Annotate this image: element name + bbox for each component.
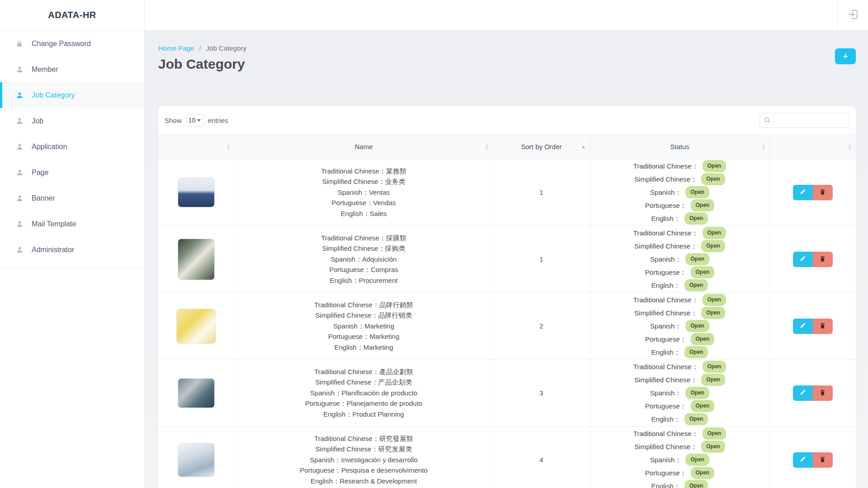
sidebar-item-page[interactable]: Page <box>0 160 144 185</box>
sort-order-value: 1 <box>539 255 543 263</box>
name-line: English：Product Planning <box>235 409 493 420</box>
sidebar-item-banner[interactable]: Banner <box>0 185 144 211</box>
actions-cell <box>769 159 856 226</box>
delete-button[interactable] <box>813 319 833 334</box>
edit-button[interactable] <box>793 385 813 401</box>
status-language-label: English： <box>651 281 680 290</box>
sidebar-item-change-password[interactable]: Change Password <box>0 31 144 56</box>
column-header-status[interactable]: Status ▲▼ <box>590 135 769 159</box>
delete-button[interactable] <box>813 185 833 200</box>
row-thumbnail-photo <box>178 443 215 477</box>
search-input[interactable] <box>759 113 849 128</box>
column-header-blank[interactable]: ▲▼ <box>158 135 235 159</box>
status-badge-open: Open <box>685 253 709 265</box>
edit-button[interactable] <box>793 452 813 468</box>
status-line: English：Open <box>590 346 769 358</box>
search-icon <box>764 117 771 126</box>
status-badge-open: Open <box>703 361 726 373</box>
status-line: Spanish：Open <box>590 186 769 198</box>
status-badge-open: Open <box>701 441 725 453</box>
edit-button[interactable] <box>793 185 813 200</box>
name-cell: Traditional Chinese：產品企劃類Simplified Chin… <box>235 360 493 427</box>
pencil-icon <box>800 255 806 263</box>
pencil-icon <box>800 322 806 330</box>
status-language-label: Traditional Chinese： <box>633 362 698 371</box>
breadcrumb-home-link[interactable]: Home Page <box>158 44 194 52</box>
sort-icons: ▲▼ <box>762 144 765 150</box>
status-language-label: Spanish： <box>650 254 681 264</box>
status-badge-open: Open <box>701 307 725 319</box>
status-badge-open: Open <box>685 387 709 399</box>
thumbnail-cell <box>158 226 235 293</box>
sidebar-item-application[interactable]: Application <box>0 134 144 160</box>
status-line: Spanish：Open <box>590 320 769 332</box>
sidebar-item-member[interactable]: Member <box>0 56 144 82</box>
name-line: Simplified Chinese：产品企划类 <box>235 377 493 388</box>
status-badge-open: Open <box>703 160 726 172</box>
user-icon <box>15 91 24 99</box>
entries-label: entries <box>208 117 228 124</box>
name-line: English：Research & Development <box>235 476 493 487</box>
status-line: Traditional Chinese：Open <box>590 361 769 373</box>
status-cell: Traditional Chinese：OpenSimplified Chine… <box>590 226 769 293</box>
status-badge-open: Open <box>685 186 709 198</box>
name-line: Spanish：Ventas <box>235 187 493 198</box>
logout-icon <box>847 9 859 22</box>
status-badge-open: Open <box>685 454 709 466</box>
user-icon <box>15 117 24 125</box>
action-button-group <box>793 452 833 468</box>
action-button-group <box>793 185 833 200</box>
status-language-label: English： <box>651 414 680 424</box>
lock-icon <box>15 40 24 47</box>
sort-order-cell: 2 <box>493 293 590 360</box>
name-line: Spanish：Planificación de producto <box>235 388 493 399</box>
name-cell: Traditional Chinese：採購類Simplified Chines… <box>235 226 493 293</box>
delete-button[interactable] <box>813 252 833 267</box>
page-size-select[interactable]: 10 <box>186 114 204 127</box>
name-line: Portuguese：Pesquisa e desenvolvimento <box>235 465 493 476</box>
edit-button[interactable] <box>793 319 813 334</box>
table-row: Traditional Chinese：研究發展類Simplified Chin… <box>158 427 856 488</box>
delete-button[interactable] <box>813 452 833 468</box>
sidebar-item-job[interactable]: Job <box>0 108 144 134</box>
sort-order-cell: 3 <box>493 360 590 427</box>
table-row: Traditional Chinese：產品企劃類Simplified Chin… <box>158 360 856 427</box>
edit-button[interactable] <box>793 252 813 267</box>
actions-cell <box>769 427 856 488</box>
status-language-label: English： <box>651 481 680 488</box>
status-language-label: English： <box>651 347 680 357</box>
trash-icon <box>819 389 826 397</box>
status-badge-open: Open <box>703 427 726 440</box>
sidebar-item-job-category[interactable]: Job Category <box>0 82 144 108</box>
column-header-blank[interactable]: ▲▼ <box>769 135 856 159</box>
logout-button[interactable] <box>837 0 868 31</box>
sidebar-item-mail-template[interactable]: Mail Template <box>0 211 144 237</box>
status-language-label: Simplified Chinese： <box>634 241 697 251</box>
status-line: Simplified Chinese：Open <box>590 441 769 453</box>
add-category-button[interactable]: + <box>835 48 856 64</box>
row-thumbnail-photo <box>176 309 216 344</box>
name-line: Spanish：Investigación y desarrollo <box>235 455 493 465</box>
sidebar-item-administrator[interactable]: Administrator <box>0 237 144 263</box>
sort-icons: ▲▼ <box>848 144 852 150</box>
app-brand: ADATA-HR <box>0 0 144 31</box>
status-badge-open: Open <box>684 279 708 291</box>
status-line: Portuguese：Open <box>590 400 769 412</box>
name-line: Traditional Chinese：品牌行銷類 <box>235 300 493 310</box>
name-line: English：Procurement <box>235 275 493 286</box>
sidebar-menu: Change Password Member Job Category Job … <box>0 31 144 263</box>
page-size-control: Show 10 entries <box>165 114 228 127</box>
name-line: Simplified Chinese：品牌行销类 <box>235 310 493 321</box>
status-badge-open: Open <box>684 346 708 358</box>
delete-button[interactable] <box>813 385 833 401</box>
status-line: English：Open <box>590 212 769 225</box>
column-header-name[interactable]: Name ▲▼ <box>235 135 493 159</box>
show-label: Show <box>165 117 182 124</box>
job-category-table: ▲▼ Name ▲▼ Sort by Order ▲ Status ▲▼ ▲▼ … <box>158 134 856 488</box>
name-cell: Traditional Chinese：業務類Simplified Chines… <box>235 159 493 226</box>
column-header-sort-by-order[interactable]: Sort by Order ▲ <box>493 135 590 159</box>
table-row: Traditional Chinese：品牌行銷類Simplified Chin… <box>158 293 856 360</box>
trash-icon <box>819 456 826 464</box>
sidebar-divider <box>0 267 144 268</box>
name-line: Spanish：Marketing <box>235 321 493 332</box>
